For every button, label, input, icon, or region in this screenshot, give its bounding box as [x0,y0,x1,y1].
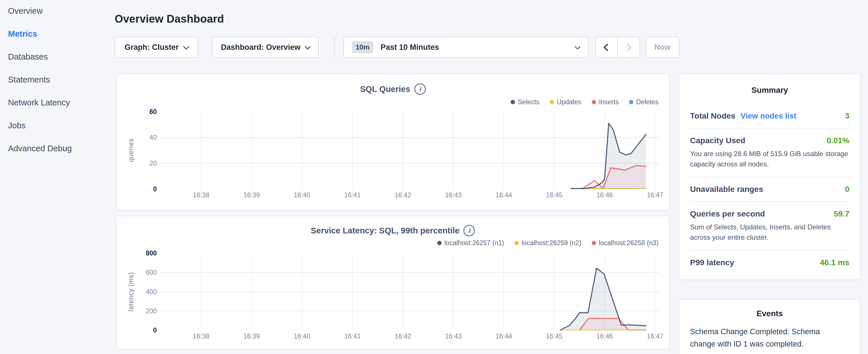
summary-row-label: Total Nodes [690,111,735,121]
x-axis-tick: 16:47 [647,191,663,199]
page-title: Overview Dashboard [115,13,224,25]
y-axis-tick: 200 [128,307,157,315]
x-axis-tick: 16:40 [294,332,310,340]
time-range-dropdown[interactable]: 10m Past 10 Minutes [343,37,588,58]
event-text: Schema Change Completed: Schema change w… [690,326,825,350]
chart-card-sql-queries: SQL QueriesiSelectsUpdatesInsertsDeletes… [116,74,670,211]
summary-row-unavailable-ranges: Unavailable ranges0 [690,177,849,202]
x-axis-tick: 16:47 [647,332,663,340]
summary-row-value: 3 [845,111,849,121]
now-button[interactable]: Now [646,37,679,58]
y-axis-tick: 60 [128,108,157,116]
summary-row-total-nodes: Total NodesView nodes list3 [690,104,849,129]
chart-card-service-latency: Service Latency: SQL, 99th percentileilo… [116,216,670,350]
x-axis-tick: 16:39 [243,191,260,199]
events-title: Events [690,309,849,318]
chart-canvas[interactable] [117,74,670,210]
graph-dropdown[interactable]: Graph: Cluster [115,37,198,58]
time-range-badge: 10m [352,41,373,53]
chevron-down-icon [305,43,311,49]
sidebar-item-advanced-debug[interactable]: Advanced Debug [8,142,72,154]
chevron-left-icon [603,43,611,51]
summary-row-queries-per-second: Queries per second59.7Sum of Selects, Up… [690,202,849,251]
x-axis-tick: 16:42 [395,191,411,199]
x-axis-tick: 16:38 [193,191,210,199]
x-axis-tick: 16:45 [546,191,562,199]
summary-row-value: 0.01% [827,136,849,145]
x-axis-tick: 16:38 [193,332,210,340]
sidebar-item-statements[interactable]: Statements [8,74,50,85]
x-axis-tick: 16:46 [596,332,613,340]
dashboard-dropdown-label: Dashboard: Overview [221,43,301,52]
x-axis-tick: 16:46 [596,191,613,199]
x-axis-tick: 16:44 [495,332,512,340]
sidebar-item-metrics[interactable]: Metrics [8,28,37,39]
y-axis-tick: 400 [128,288,157,296]
sidebar: OverviewMetricsDatabasesStatementsNetwor… [0,0,115,354]
page: OverviewMetricsDatabasesStatementsNetwor… [0,0,868,354]
y-axis-tick: 40 [128,133,157,141]
summary-row-capacity-used: Capacity Used0.01%You are using 28.6 MiB… [690,129,849,177]
x-axis-tick: 16:43 [445,332,462,340]
event-timestamp: May 13, 2020 at 4:45 PM [690,353,849,354]
chevron-right-icon [624,43,631,51]
now-button-label: Now [654,43,671,52]
summary-panel: Summary Total NodesView nodes list3Capac… [679,74,861,280]
x-axis-tick: 16:45 [546,332,562,340]
sidebar-item-databases[interactable]: Databases [8,51,48,62]
y-axis-tick: 600 [128,268,157,277]
sidebar-item-network-latency[interactable]: Network Latency [8,97,70,108]
summary-row-label: Capacity Used [690,136,745,145]
y-axis-tick: 800 [128,249,157,257]
summary-row-p99-latency: P99 latency46.1 ms [690,251,849,275]
summary-row-value: 46.1 ms [820,258,849,267]
controls-divider [334,37,335,58]
summary-title: Summary [690,86,849,95]
x-axis-tick: 16:41 [344,191,361,199]
graph-dropdown-label: Graph: Cluster [124,43,179,52]
x-axis-tick: 16:41 [344,332,361,340]
x-axis-tick: 16:44 [495,191,512,199]
y-axis-tick: 0 [128,185,157,193]
view-nodes-list-link[interactable]: View nodes list [741,112,796,121]
x-axis-tick: 16:42 [395,332,411,340]
x-axis-tick: 16:40 [294,191,310,199]
summary-row-value: 59.7 [834,210,850,219]
chevron-down-icon [575,43,581,49]
time-range-label: Past 10 Minutes [380,43,439,52]
summary-row-label: Unavailable ranges [690,185,763,194]
time-step-buttons [595,37,640,58]
summary-row-label: P99 latency [690,258,734,267]
y-axis-tick: 20 [128,159,157,167]
time-back-button[interactable] [596,37,617,57]
summary-row-description: Sum of Selects, Updates, Inserts, and De… [690,222,849,243]
sidebar-item-overview[interactable]: Overview [8,5,43,17]
summary-row-description: You are using 28.6 MiB of 515.9 GiB usab… [690,149,849,169]
chart-canvas[interactable] [117,216,670,349]
chevron-down-icon [183,43,189,49]
summary-row-label: Queries per second [690,210,765,219]
sidebar-item-jobs[interactable]: Jobs [8,120,26,131]
dashboard-dropdown[interactable]: Dashboard: Overview [212,37,319,58]
events-panel: Events Schema Change Completed: Schema c… [679,299,861,354]
y-axis-tick: 0 [128,326,157,334]
x-axis-tick: 16:39 [243,332,260,340]
summary-row-value: 0 [845,185,849,194]
time-forward-button[interactable] [617,37,639,57]
x-axis-tick: 16:43 [445,191,462,199]
